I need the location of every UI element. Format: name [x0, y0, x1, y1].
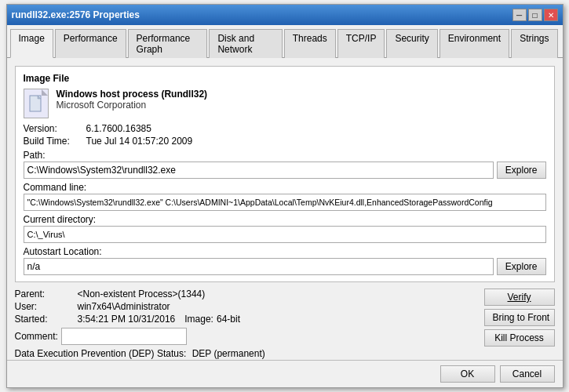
parent-value: <Non-existent Process>(1344)	[78, 289, 206, 299]
section-title: Image File	[24, 73, 546, 84]
dep-label: Data Execution Prevention (DEP) Status:	[15, 348, 187, 359]
user-label: User:	[15, 301, 78, 312]
content-area: Image File Windows host process (Rundll3…	[7, 58, 563, 360]
cancel-button[interactable]: Cancel	[500, 365, 555, 383]
tab-disk-network[interactable]: Disk and Network	[209, 29, 282, 58]
process-name: Windows host process (Rundll32)	[57, 89, 208, 100]
company-name: Microsoft Corporation	[57, 100, 208, 111]
image-value: 64-bit	[217, 314, 240, 325]
parent-label: Parent:	[15, 289, 78, 299]
footer: OK Cancel	[7, 360, 563, 387]
dep-row: Data Execution Prevention (DEP) Status: …	[15, 348, 478, 359]
tab-performance[interactable]: Performance	[55, 29, 126, 58]
image-label: Image:	[184, 314, 213, 325]
maximize-button[interactable]: □	[528, 9, 542, 21]
autostart-row: Explore	[24, 258, 546, 275]
version-value: 6.1.7600.16385	[86, 123, 151, 134]
tab-threads[interactable]: Threads	[284, 29, 336, 58]
path-label: Path:	[24, 150, 546, 161]
autostart-input[interactable]	[24, 258, 494, 275]
curdir-label: Current directory:	[24, 214, 546, 225]
main-window: rundll32.exe:2576 Properties ─ □ ✕ Image…	[6, 4, 564, 388]
window-title: rundll32.exe:2576 Properties	[12, 9, 140, 20]
bottom-area: Parent: <Non-existent Process>(1344) Use…	[15, 289, 555, 360]
tabs-bar: Image Performance Performance Graph Disk…	[7, 25, 563, 58]
tab-environment[interactable]: Environment	[440, 29, 509, 58]
kill-process-button[interactable]: Kill Process	[484, 329, 555, 347]
user-row: User: win7x64\Administrator	[15, 301, 478, 312]
right-panel: Verify Bring to Front Kill Process	[484, 289, 555, 360]
dep-value: DEP (permanent)	[192, 348, 265, 359]
ok-button[interactable]: OK	[440, 365, 495, 383]
path-row: Explore	[24, 162, 546, 179]
tab-security[interactable]: Security	[386, 29, 437, 58]
build-row: Build Time: Tue Jul 14 01:57:20 2009	[24, 136, 546, 147]
comment-row: Comment:	[15, 328, 478, 345]
explore-button[interactable]: Explore	[497, 162, 546, 179]
cmdline-input[interactable]	[24, 194, 546, 211]
autostart-explore-button[interactable]: Explore	[497, 258, 546, 275]
bring-to-front-button[interactable]: Bring to Front	[484, 309, 555, 326]
tab-image[interactable]: Image	[10, 29, 53, 58]
title-bar: rundll32.exe:2576 Properties ─ □ ✕	[7, 5, 563, 25]
file-icon	[24, 89, 49, 118]
image-file-header: Windows host process (Rundll32) Microsof…	[24, 89, 546, 118]
autostart-label: Autostart Location:	[24, 246, 546, 257]
image-file-section: Image File Windows host process (Rundll3…	[15, 66, 555, 282]
verify-button[interactable]: Verify	[484, 289, 555, 306]
tab-performance-graph[interactable]: Performance Graph	[128, 29, 208, 58]
file-names: Windows host process (Rundll32) Microsof…	[57, 89, 208, 111]
user-value: win7x64\Administrator	[78, 301, 170, 312]
started-value: 3:54:21 PM 10/31/2016	[78, 314, 176, 325]
version-label: Version:	[24, 123, 86, 134]
comment-label: Comment:	[15, 331, 58, 342]
title-bar-buttons: ─ □ ✕	[512, 9, 558, 21]
curdir-input[interactable]	[24, 226, 546, 243]
cmdline-label: Command line:	[24, 182, 546, 193]
build-label: Build Time:	[24, 136, 86, 147]
close-button[interactable]: ✕	[544, 9, 558, 21]
version-row: Version: 6.1.7600.16385	[24, 123, 546, 134]
minimize-button[interactable]: ─	[512, 9, 527, 21]
comment-input[interactable]	[61, 328, 187, 345]
parent-row: Parent: <Non-existent Process>(1344)	[15, 289, 478, 299]
left-panel: Parent: <Non-existent Process>(1344) Use…	[15, 289, 478, 360]
tab-tcp-ip[interactable]: TCP/IP	[337, 29, 385, 58]
started-label: Started:	[15, 314, 78, 325]
tab-strings[interactable]: Strings	[511, 29, 557, 58]
path-input[interactable]	[24, 162, 494, 179]
started-row: Started: 3:54:21 PM 10/31/2016 Image: 64…	[15, 314, 478, 325]
build-value: Tue Jul 14 01:57:20 2009	[86, 136, 193, 147]
